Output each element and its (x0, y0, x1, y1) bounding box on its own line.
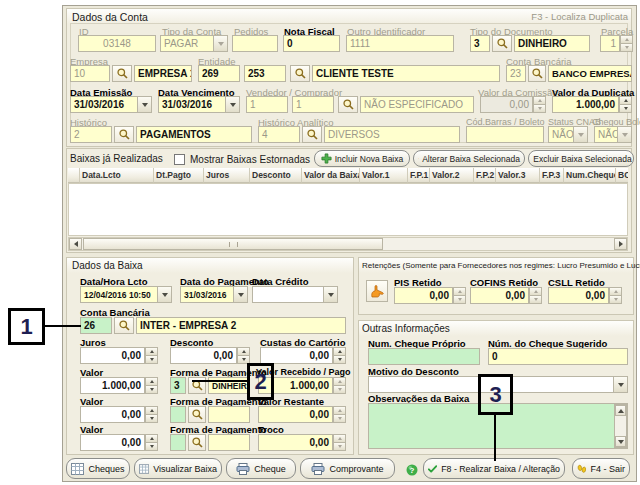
forma-pagamento-3-field[interactable] (208, 434, 250, 451)
cofins-retido-stepper[interactable] (529, 287, 542, 304)
entidade-code1-field[interactable]: 269 (198, 65, 240, 82)
valor-comissao-stepper[interactable] (533, 96, 546, 113)
retencoes-calc-button[interactable] (366, 280, 388, 302)
observacoes-vscrollbar[interactable] (614, 404, 627, 448)
vendedor-field[interactable]: NÃO ESPECIFICADO (360, 96, 474, 113)
vendedor-code2-field[interactable]: 1 (292, 96, 334, 113)
forma-pagamento-2-lookup-button[interactable] (188, 406, 206, 423)
valor-3-stepper[interactable] (145, 434, 158, 451)
sair-button[interactable]: F4 - Sair (572, 458, 630, 479)
historico-analitico-field[interactable]: DIVERSOS (324, 126, 460, 143)
column-header[interactable]: Valor.1 (360, 168, 408, 183)
column-header[interactable]: Desconto (250, 168, 302, 183)
scroll-down-arrow-icon[interactable] (615, 436, 626, 447)
chevron-down-icon[interactable] (613, 376, 628, 393)
conta-bancaria-baixa-code-field[interactable]: 26 (80, 317, 112, 334)
column-header[interactable]: Valor.2 (430, 168, 474, 183)
help-button[interactable]: ? (406, 462, 418, 474)
forma-pagamento-2-field[interactable] (208, 406, 250, 423)
row-selector-header[interactable] (68, 168, 80, 183)
historico-analitico-lookup-button[interactable] (302, 126, 322, 143)
column-header[interactable]: Juros (204, 168, 250, 183)
entidade-code2-field[interactable]: 253 (244, 65, 286, 82)
custas-cartorio-field[interactable]: 0,00 (260, 347, 333, 364)
desconto-field[interactable]: 0,00 (170, 347, 237, 364)
excluir-baixa-selecionada-button[interactable]: Excluir Baixa Selecionada (528, 150, 634, 167)
chevron-down-icon[interactable] (617, 126, 632, 143)
valor-2-stepper[interactable] (145, 406, 158, 423)
empresa-lookup-button[interactable] (112, 65, 132, 82)
forma-pagamento-3-lookup-button[interactable] (188, 434, 206, 451)
column-header[interactable]: Valor.3 (496, 168, 540, 183)
historico-lookup-button[interactable] (114, 126, 134, 143)
pis-retido-field[interactable]: 0,00 (394, 287, 453, 304)
hscrollbar-thumb[interactable] (83, 238, 383, 250)
tipo-documento-code-field[interactable]: 3 (470, 35, 490, 52)
conta-bancaria-lookup-button[interactable] (528, 65, 546, 82)
column-header[interactable]: Valor da Baixa (302, 168, 360, 183)
valor-comissao-field[interactable]: 0,00 (480, 96, 533, 113)
realizar-baixa-button[interactable]: F8 - Realizar Baixa / Alteração (423, 458, 565, 479)
valor-recebido-pago-stepper[interactable] (333, 377, 346, 394)
tipo-documento-field[interactable]: DINHEIRO (514, 35, 590, 52)
troco-field[interactable]: 0,00 (258, 434, 333, 451)
id-field[interactable]: 03148 (78, 35, 156, 52)
forma-pagamento-1-code-field[interactable]: 3 (170, 377, 186, 394)
historico-code-field[interactable]: 2 (70, 126, 112, 143)
csll-retido-stepper[interactable] (609, 287, 622, 304)
entidade-lookup-button[interactable] (290, 65, 310, 82)
conta-bancaria-baixa-lookup-button[interactable] (114, 317, 134, 334)
chevron-down-icon[interactable] (213, 35, 228, 52)
forma-pagamento-2-code-field[interactable] (170, 406, 186, 423)
num-cheque-proprio-field[interactable] (368, 348, 480, 365)
conta-bancaria-code-field[interactable]: 23 (506, 65, 526, 82)
valor-1-stepper[interactable] (145, 377, 158, 394)
scroll-right-arrow-icon[interactable] (614, 238, 627, 250)
tipo-documento-lookup-button[interactable] (492, 35, 512, 52)
imprimir-cheque-button[interactable]: Cheque (226, 458, 296, 479)
valor-3-field[interactable]: 0,00 (80, 434, 145, 451)
scroll-up-arrow-icon[interactable] (615, 405, 626, 416)
valor-restante-field[interactable]: 0,00 (258, 406, 333, 423)
visualizar-baixa-button[interactable]: Visualizar Baixa (134, 458, 222, 479)
vendedor-lookup-button[interactable] (338, 96, 358, 113)
baixas-grid-body[interactable] (68, 183, 628, 236)
pis-retido-stepper[interactable] (453, 287, 466, 304)
nota-fiscal-field[interactable]: 0 (283, 35, 340, 52)
alterar-baixa-selecionada-button[interactable]: Alterar Baixa Selecionada (413, 150, 525, 167)
valor-duplicata-stepper[interactable] (619, 96, 632, 113)
chevron-down-icon[interactable] (225, 96, 240, 113)
scroll-left-arrow-icon[interactable] (69, 238, 82, 250)
csll-retido-field[interactable]: 0,00 (548, 287, 609, 304)
column-header[interactable]: Data.Lcto (80, 168, 154, 183)
outro-identificador-field[interactable]: 1111 (346, 35, 454, 52)
column-header[interactable]: Num.Cheque (564, 168, 616, 183)
forma-pagamento-3-code-field[interactable] (170, 434, 186, 451)
incluir-nova-baixa-button[interactable]: Incluir Nova Baixa (314, 150, 410, 167)
vendedor-code1-field[interactable]: 1 (246, 96, 288, 113)
chevron-down-icon[interactable] (573, 126, 588, 143)
valor-1-field[interactable]: 1.000,00 (80, 377, 145, 394)
column-header[interactable]: Dt.Pagto (154, 168, 204, 183)
column-header[interactable]: F.P.3 (540, 168, 564, 183)
cofins-retido-field[interactable]: 0,00 (470, 287, 529, 304)
column-header[interactable]: BC. (616, 168, 628, 183)
chevron-down-icon[interactable] (233, 286, 248, 303)
chevron-down-icon[interactable] (157, 286, 172, 303)
cheques-button[interactable]: Cheques (66, 458, 130, 479)
juros-stepper[interactable] (145, 347, 158, 364)
chevron-down-icon[interactable] (137, 96, 152, 113)
entidade-field[interactable]: CLIENTE TESTE (312, 65, 500, 82)
column-header[interactable]: F.P.2 (474, 168, 496, 183)
historico-analitico-code-field[interactable]: 4 (258, 126, 300, 143)
custas-cartorio-stepper[interactable] (333, 347, 346, 364)
cod-barras-field[interactable] (466, 126, 544, 143)
pedidos-field[interactable] (232, 35, 278, 52)
chevron-down-icon[interactable] (323, 286, 338, 303)
empresa-code-field[interactable]: 10 (70, 65, 110, 82)
desconto-stepper[interactable] (237, 347, 250, 364)
valor-duplicata-field[interactable]: 1.000,00 (552, 96, 619, 113)
column-header[interactable]: F.P.1 (408, 168, 430, 183)
valor-2-field[interactable]: 0,00 (80, 406, 145, 423)
troco-stepper[interactable] (333, 434, 346, 451)
